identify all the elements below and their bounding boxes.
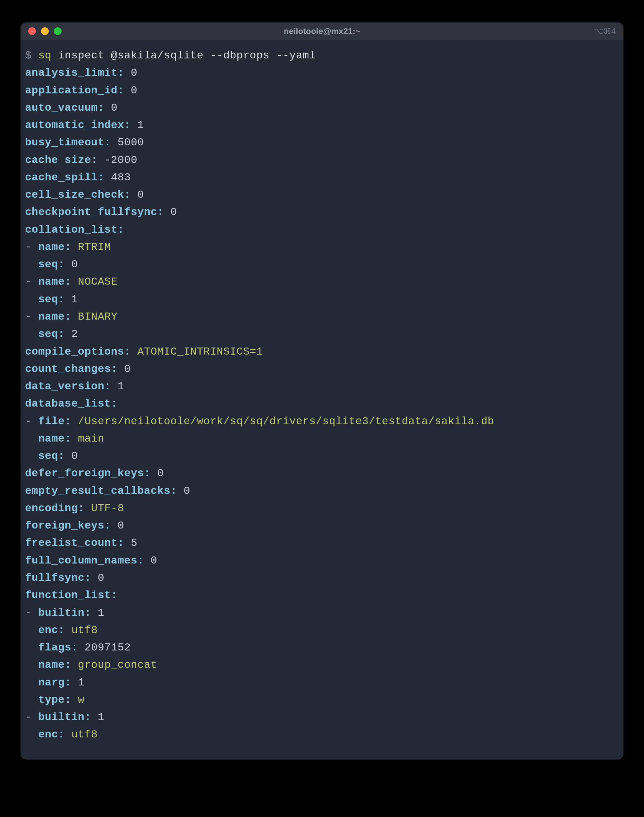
yaml-list-item: seq: 0 xyxy=(25,256,619,273)
yaml-line: collation_list: xyxy=(25,221,619,238)
window-shortcut-indicator: ⌥⌘4 xyxy=(594,27,616,36)
yaml-line: cache_spill: 483 xyxy=(25,169,619,186)
yaml-line: application_id: 0 xyxy=(25,82,619,99)
terminal-window: neilotoole@mx21:~ ⌥⌘4 $ sq inspect @saki… xyxy=(20,23,624,760)
yaml-line: analysis_limit: 0 xyxy=(25,64,619,81)
yaml-line: compile_options: ATOMIC_INTRINSICS=1 xyxy=(25,343,619,360)
yaml-line: checkpoint_fullfsync: 0 xyxy=(25,203,619,221)
yaml-list-item: - name: RTRIM xyxy=(25,238,619,256)
yaml-line: function_list: xyxy=(25,587,619,604)
yaml-line: database_list: xyxy=(25,395,619,412)
yaml-list-item: name: main xyxy=(25,430,619,447)
minimize-icon[interactable] xyxy=(41,27,49,35)
yaml-line: full_column_names: 0 xyxy=(25,552,619,569)
yaml-line: encoding: UTF-8 xyxy=(25,500,619,517)
yaml-list-item: enc: utf8 xyxy=(25,726,619,743)
yaml-list-item: seq: 0 xyxy=(25,447,619,465)
yaml-list-item: type: w xyxy=(25,691,619,708)
traffic-lights xyxy=(28,27,61,35)
yaml-list-item: seq: 1 xyxy=(25,291,619,308)
yaml-list-item: - builtin: 1 xyxy=(25,604,619,622)
yaml-list-item: narg: 1 xyxy=(25,674,619,691)
yaml-line: auto_vacuum: 0 xyxy=(25,99,619,117)
yaml-line: automatic_index: 1 xyxy=(25,117,619,134)
yaml-line: data_version: 1 xyxy=(25,378,619,395)
yaml-line: cell_size_check: 0 xyxy=(25,186,619,203)
prompt-symbol: $ xyxy=(25,49,38,61)
command-args: inspect @sakila/sqlite --dbprops --yaml xyxy=(51,49,316,61)
yaml-line: count_changes: 0 xyxy=(25,360,619,378)
yaml-line: cache_size: -2000 xyxy=(25,152,619,169)
command-line: $ sq inspect @sakila/sqlite --dbprops --… xyxy=(25,47,619,64)
yaml-line: busy_timeout: 5000 xyxy=(25,134,619,151)
maximize-icon[interactable] xyxy=(54,27,61,35)
yaml-list-item: seq: 2 xyxy=(25,326,619,343)
close-icon[interactable] xyxy=(28,27,36,35)
yaml-line: defer_foreign_keys: 0 xyxy=(25,465,619,482)
yaml-line: freelist_count: 5 xyxy=(25,534,619,551)
command-name: sq xyxy=(38,49,51,61)
yaml-list-item: - name: NOCASE xyxy=(25,273,619,290)
yaml-list-item: - file: /Users/neilotoole/work/sq/sq/dri… xyxy=(25,413,619,430)
title-bar: neilotoole@mx21:~ ⌥⌘4 xyxy=(20,23,624,40)
yaml-list-item: flags: 2097152 xyxy=(25,639,619,656)
yaml-list-item: enc: utf8 xyxy=(25,622,619,639)
yaml-list-item: - name: BINARY xyxy=(25,308,619,326)
terminal-content[interactable]: $ sq inspect @sakila/sqlite --dbprops --… xyxy=(20,40,624,760)
yaml-list-item: - builtin: 1 xyxy=(25,708,619,726)
yaml-line: empty_result_callbacks: 0 xyxy=(25,482,619,500)
window-title: neilotoole@mx21:~ xyxy=(284,26,360,36)
yaml-line: fullfsync: 0 xyxy=(25,569,619,587)
yaml-list-item: name: group_concat xyxy=(25,656,619,674)
yaml-line: foreign_keys: 0 xyxy=(25,517,619,534)
